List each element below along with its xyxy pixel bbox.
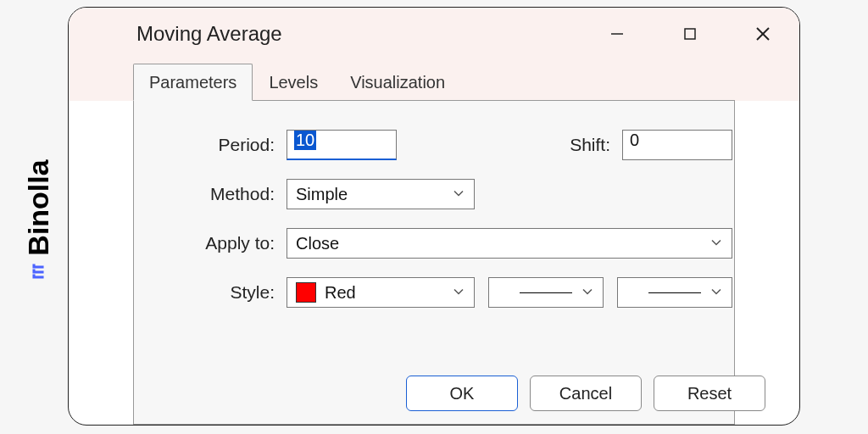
style-label: Style: bbox=[163, 282, 275, 303]
svg-rect-1 bbox=[685, 29, 695, 39]
tab-label: Visualization bbox=[350, 73, 445, 92]
reset-button[interactable]: Reset bbox=[654, 376, 765, 411]
dialog-title: Moving Average bbox=[136, 22, 282, 46]
style-line-type-select[interactable] bbox=[488, 277, 604, 308]
button-label: Cancel bbox=[559, 384, 612, 403]
cancel-button[interactable]: Cancel bbox=[530, 376, 642, 411]
tab-parameters[interactable]: Parameters bbox=[133, 64, 253, 101]
close-icon bbox=[754, 25, 771, 42]
color-swatch-icon bbox=[296, 282, 316, 303]
line-sample-icon bbox=[520, 292, 572, 293]
brand-logo-icon: ⲷ bbox=[32, 255, 44, 282]
chevron-down-icon bbox=[581, 283, 594, 303]
chevron-down-icon bbox=[452, 185, 465, 204]
brand-name: Binolla bbox=[22, 159, 55, 255]
chevron-down-icon bbox=[452, 283, 465, 303]
brand-watermark: ⲷ Binolla bbox=[22, 159, 55, 274]
title-bar: Moving Average bbox=[69, 8, 799, 60]
style-color-select[interactable]: Red bbox=[287, 277, 475, 308]
method-value: Simple bbox=[296, 185, 348, 204]
tab-label: Levels bbox=[269, 73, 318, 92]
method-select[interactable]: Simple bbox=[287, 179, 475, 209]
shift-value: 0 bbox=[630, 131, 639, 149]
window-controls bbox=[581, 8, 799, 60]
chevron-down-icon bbox=[709, 234, 723, 253]
ok-button[interactable]: OK bbox=[406, 376, 518, 411]
close-button[interactable] bbox=[726, 8, 799, 60]
period-input[interactable]: 10 bbox=[287, 130, 397, 160]
apply-to-select[interactable]: Close bbox=[287, 228, 732, 259]
tab-strip: Parameters Levels Visualization bbox=[69, 60, 799, 101]
period-label: Period: bbox=[163, 135, 275, 155]
tab-label: Parameters bbox=[149, 73, 236, 92]
tab-visualization[interactable]: Visualization bbox=[334, 64, 461, 101]
button-label: Reset bbox=[687, 384, 732, 403]
shift-input[interactable]: 0 bbox=[622, 130, 732, 160]
apply-to-value: Close bbox=[296, 234, 339, 253]
period-value: 10 bbox=[294, 131, 316, 150]
line-sample-icon bbox=[648, 292, 701, 293]
style-color-name: Red bbox=[325, 283, 356, 303]
tab-levels[interactable]: Levels bbox=[253, 64, 334, 101]
apply-to-label: Apply to: bbox=[163, 233, 275, 253]
minimize-icon bbox=[609, 26, 625, 42]
dialog-button-row: OK Cancel Reset bbox=[406, 376, 765, 411]
maximize-button[interactable] bbox=[654, 8, 726, 60]
style-line-width-select[interactable] bbox=[617, 277, 732, 308]
chevron-down-icon bbox=[709, 283, 723, 303]
shift-label: Shift: bbox=[570, 135, 610, 155]
minimize-button[interactable] bbox=[581, 8, 654, 60]
maximize-icon bbox=[683, 27, 697, 41]
button-label: OK bbox=[450, 384, 475, 403]
method-label: Method: bbox=[163, 184, 275, 204]
moving-average-dialog: Moving Average Parameters Levels Visuali… bbox=[68, 7, 800, 426]
